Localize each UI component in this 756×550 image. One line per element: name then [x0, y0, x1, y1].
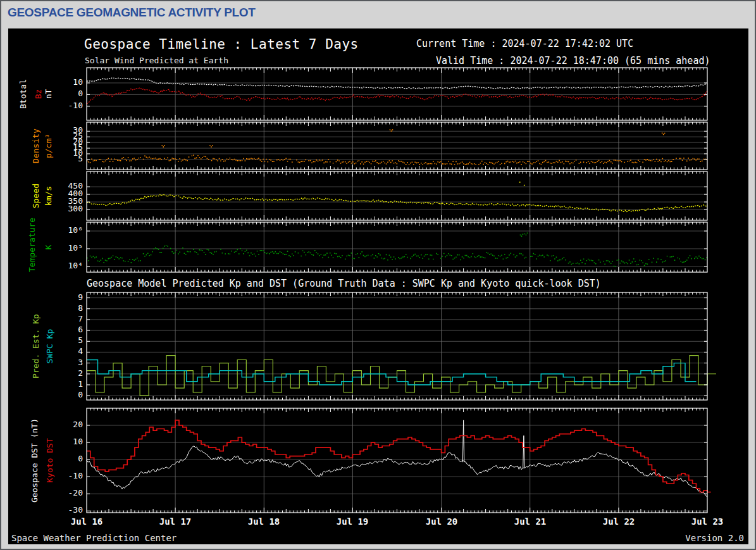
series-Density [87, 155, 707, 165]
x-tick-label: Jul 18 [239, 516, 289, 527]
axis-label-speed-1: km/s [44, 172, 53, 220]
series-Geospace DST [87, 446, 707, 497]
axis-ticks [87, 172, 707, 220]
axis-label-density-1: p/cm³ [44, 122, 53, 170]
day-gridlines [175, 222, 619, 272]
x-tick-label: Jul 22 [593, 516, 644, 527]
axis-label-temperature-0: Temperature [27, 222, 37, 272]
day-gridlines [175, 408, 619, 513]
series-Pred. Est. Kp [87, 356, 716, 396]
panel-temperature [87, 222, 707, 272]
axis-label-kp-1: SWPC Kp [45, 292, 54, 400]
axis-label-speed-0: Speed [31, 172, 40, 220]
axis-ticks [87, 68, 707, 120]
day-gridlines [175, 122, 619, 170]
series-Kyoto DST [87, 420, 711, 492]
panel-frame [87, 222, 707, 272]
x-tick-label: Jul 21 [505, 516, 555, 527]
panel-dst [87, 408, 711, 513]
plot-subtitle: Solar Wind Predicted at Earth [85, 56, 228, 66]
current-time-label: Current Time : 2024-07-22 17:42:02 UTC [416, 39, 633, 49]
panel-frame [87, 122, 707, 170]
series-SWPC Kp [87, 360, 697, 385]
page-title: GEOSPACE GEOMAGNETIC ACTIVITY PLOT [8, 6, 256, 20]
x-tick-label: Jul 20 [416, 516, 467, 527]
outlier-dots [520, 233, 528, 236]
axis-ticks [87, 122, 707, 170]
x-tick-label: Jul 23 [682, 516, 733, 527]
series-Bz [87, 88, 707, 104]
valid-time-label: Valid Time : 2024-07-22 18:47:00 (65 min… [436, 56, 710, 66]
axis-label-dst-1: Kyoto DST [45, 408, 54, 513]
series-Btotal [87, 78, 707, 89]
x-tick-label: Jul 17 [150, 516, 201, 527]
series-Speed [87, 195, 707, 212]
panel-frame [87, 68, 707, 120]
axis-ticks [87, 222, 707, 272]
panel-solar-wind-b [87, 68, 707, 120]
panel-frame [87, 172, 707, 220]
footer-version: Version 2.0 [685, 533, 744, 543]
axis-label-dst-0: Geospace DST (nT) [30, 408, 39, 513]
x-tick-label: Jul 16 [61, 516, 112, 527]
panel-speed [87, 172, 707, 220]
day-gridlines [175, 68, 619, 120]
axis-label-temperature-1: K [44, 222, 53, 272]
axis-label-solar-wind-b-2: nT [44, 68, 53, 120]
spike [523, 435, 524, 468]
spike [462, 420, 464, 462]
plot-title: Geospace Timeline : Latest 7 Days [84, 37, 359, 52]
axis-label-solar-wind-b-1: Bz [34, 68, 43, 120]
panel-kp [87, 292, 716, 400]
x-tick-label: Jul 19 [327, 516, 378, 527]
axis-label-density-0: Density [31, 122, 40, 170]
page: GEOSPACE GEOMAGNETIC ACTIVITY PLOT Geosp… [0, 0, 756, 550]
panel-density [87, 122, 707, 170]
geospace-plot-image: Geospace Timeline : Latest 7 Days Solar … [8, 28, 748, 544]
day-gridlines [175, 172, 619, 220]
kp-dst-section-title: Geospace Model Predicted Kp and DST (Gro… [87, 278, 601, 289]
axis-label-solar-wind-b-0: Btotal [18, 68, 28, 120]
axis-label-kp-0: Pred. Est. Kp [31, 292, 40, 400]
outlier-dots [162, 130, 666, 147]
footer-credit: Space Weather Prediction Center [11, 533, 177, 543]
